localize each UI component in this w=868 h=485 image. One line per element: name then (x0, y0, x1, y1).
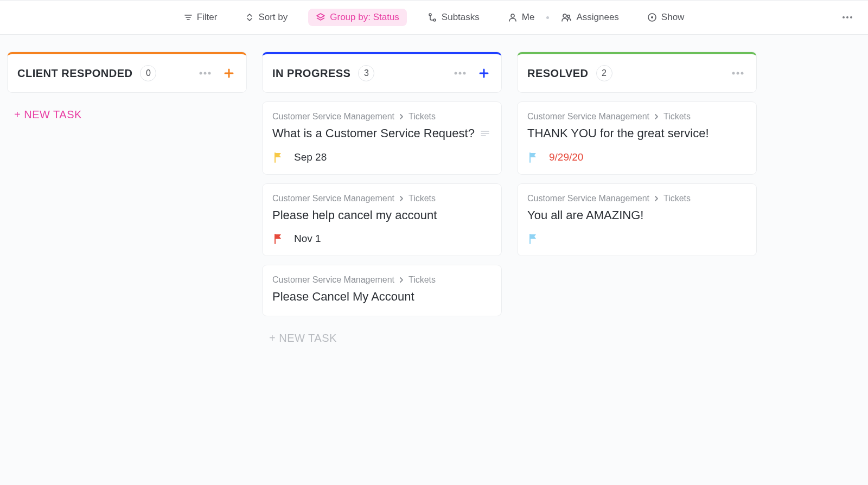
chevron-right-icon (399, 277, 404, 283)
svg-point-7 (563, 14, 566, 17)
me-assignees-group: Me Assignees (500, 9, 627, 26)
breadcrumb-separator (399, 113, 404, 120)
card-title: What is a Customer Service Request? (272, 126, 492, 142)
column-client-responded: CLIENT RESPONDED0+ NEW TASK (8, 52, 246, 126)
column-header: CLIENT RESPONDED0 (8, 52, 246, 92)
card-breadcrumb: Customer Service ManagementTickets (272, 275, 492, 285)
svg-point-6 (511, 14, 514, 17)
svg-point-11 (843, 16, 845, 18)
subtasks-label: Subtasks (442, 12, 480, 23)
new-task-button[interactable]: + NEW TASK (8, 103, 246, 126)
task-card[interactable]: Customer Service ManagementTicketsTHANK … (518, 102, 756, 174)
breadcrumb-segment: Customer Service Management (272, 112, 394, 122)
svg-point-16 (208, 72, 211, 75)
card-breadcrumb: Customer Service ManagementTickets (527, 112, 746, 122)
card-meta: Nov 1 (272, 233, 492, 245)
task-card[interactable]: Customer Service ManagementTicketsPlease… (263, 265, 501, 316)
svg-marker-3 (317, 14, 324, 18)
sort-label: Sort by (258, 12, 288, 23)
column-count-badge: 3 (358, 65, 374, 81)
me-label: Me (522, 12, 535, 23)
column-header: RESOLVED2 (518, 52, 756, 92)
toolbar-overflow-button[interactable] (838, 8, 857, 27)
column-more-button[interactable] (729, 66, 746, 80)
column-resolved: RESOLVED2Customer Service ManagementTick… (518, 52, 756, 256)
priority-flag[interactable] (527, 233, 539, 245)
card-breadcrumb: Customer Service ManagementTickets (272, 112, 492, 122)
more-horizontal-icon (731, 68, 744, 78)
sort-button[interactable]: Sort by (238, 9, 295, 26)
more-horizontal-icon (841, 11, 854, 24)
breadcrumb-segment: Tickets (663, 112, 691, 122)
person-icon (508, 12, 518, 22)
column-more-button[interactable] (451, 66, 469, 80)
chevron-right-icon (399, 195, 404, 202)
group-by-button[interactable]: Group by: Status (308, 9, 407, 26)
column-count-badge: 2 (596, 65, 612, 81)
svg-point-27 (732, 72, 735, 75)
breadcrumb-separator (399, 195, 404, 202)
card-title: You all are AMAZING! (527, 208, 746, 224)
svg-point-20 (459, 72, 462, 75)
breadcrumb-segment: Customer Service Management (527, 194, 649, 203)
card-meta: Sep 28 (272, 151, 492, 163)
breadcrumb-segment: Customer Service Management (272, 275, 394, 285)
plus-icon (224, 68, 234, 79)
filter-button[interactable]: Filter (176, 9, 225, 26)
priority-flag[interactable] (272, 233, 284, 245)
new-task-button[interactable]: + NEW TASK (263, 327, 501, 350)
me-button[interactable]: Me (500, 9, 542, 26)
more-horizontal-icon (454, 68, 467, 78)
sort-icon (245, 13, 254, 22)
due-date[interactable]: Nov 1 (294, 233, 321, 245)
priority-flag[interactable] (272, 151, 284, 163)
flag-icon (527, 233, 539, 245)
svg-point-14 (200, 72, 202, 75)
flag-icon (527, 151, 539, 163)
flag-icon (272, 233, 284, 245)
filter-label: Filter (197, 12, 218, 23)
due-date[interactable]: Sep 28 (294, 151, 327, 163)
column-more-button[interactable] (196, 66, 214, 80)
layers-icon (316, 12, 326, 22)
filter-icon (184, 13, 193, 22)
column-count-badge: 0 (140, 65, 156, 81)
column-title: CLIENT RESPONDED (17, 67, 132, 80)
breadcrumb-segment: Customer Service Management (527, 112, 649, 122)
breadcrumb-segment: Tickets (409, 275, 436, 285)
column-title: RESOLVED (527, 67, 589, 80)
more-horizontal-icon (199, 68, 212, 78)
subtasks-button[interactable]: Subtasks (420, 9, 487, 26)
chevron-right-icon (399, 113, 404, 120)
card-breadcrumb: Customer Service ManagementTickets (527, 194, 746, 203)
card-title: Please Cancel My Account (272, 289, 492, 305)
due-date[interactable]: 9/29/20 (549, 151, 583, 163)
assignees-label: Assignees (576, 12, 618, 23)
svg-point-29 (741, 72, 744, 75)
description-icon (480, 130, 490, 137)
has-description-icon (480, 130, 490, 137)
show-button[interactable]: Show (640, 9, 692, 26)
svg-point-28 (737, 72, 739, 75)
chevron-right-icon (654, 195, 659, 202)
card-meta: 9/29/20 (527, 151, 746, 163)
people-icon (561, 12, 572, 22)
svg-point-19 (455, 72, 457, 75)
assignees-button[interactable]: Assignees (553, 9, 626, 26)
svg-point-21 (463, 72, 466, 75)
svg-point-10 (651, 16, 653, 18)
task-card[interactable]: Customer Service ManagementTicketsYou al… (518, 184, 756, 256)
column-add-button[interactable] (476, 66, 492, 81)
column-in-progress: IN PROGRESS3Customer Service ManagementT… (263, 52, 501, 350)
card-title: THANK YOU for the great service! (527, 126, 746, 142)
priority-flag[interactable] (527, 151, 539, 163)
svg-point-8 (567, 15, 570, 18)
breadcrumb-segment: Tickets (409, 112, 436, 122)
task-card[interactable]: Customer Service ManagementTicketsWhat i… (263, 102, 501, 174)
plus-icon (478, 68, 489, 79)
svg-point-12 (846, 16, 848, 18)
task-card[interactable]: Customer Service ManagementTicketsPlease… (263, 184, 501, 256)
subtasks-icon (427, 12, 437, 22)
card-breadcrumb: Customer Service ManagementTickets (272, 194, 492, 203)
column-add-button[interactable] (221, 66, 237, 81)
